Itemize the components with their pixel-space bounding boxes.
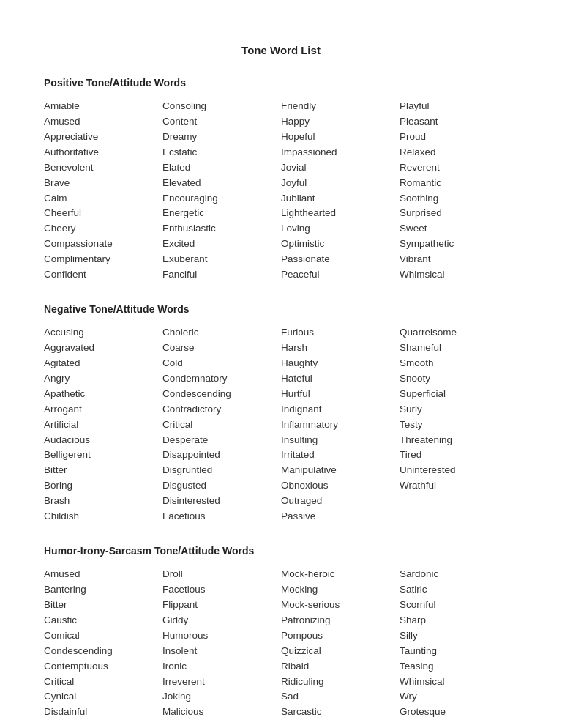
word-column-negative-3: QuarrelsomeShamefulSmoothSnootySuperfici… [400,325,518,524]
word-item: Silly [400,628,518,644]
word-item: Irritated [281,447,400,463]
word-item: Belligerent [44,447,162,463]
word-item: Dreamy [162,130,281,145]
word-item: Whimsical [400,675,518,690]
word-item: Droll [162,567,281,582]
word-item: Condemnatory [162,371,281,387]
word-item: Soothing [400,191,518,207]
word-item: Satiric [400,582,518,598]
word-item: Hateful [281,371,400,387]
word-item: Mock-serious [281,598,400,613]
word-item: Wry [400,689,518,705]
word-item: Caustic [44,613,162,628]
word-column-positive-1: ConsolingContentDreamyEcstaticElatedElev… [162,99,281,283]
word-item: Childish [44,509,162,524]
word-item: Amused [44,114,162,130]
word-item: Jovial [281,160,400,176]
word-item: Joking [162,689,281,705]
word-column-negative-2: FuriousHarshHaughtyHatefulHurtfulIndigna… [281,325,400,524]
section-heading-negative: Negative Tone/Attitude Words [44,303,518,315]
word-item: Energetic [162,206,281,221]
word-item: Insulting [281,433,400,448]
word-item: Ecstatic [162,145,281,160]
word-item: Insolent [162,644,281,659]
word-item: Grotesque [400,705,518,720]
word-item: Ribald [281,659,400,675]
section-heading-humor: Humor-Irony-Sarcasm Tone/Attitude Words [44,545,518,557]
word-item: Reverent [400,160,518,176]
word-item: Content [162,114,281,130]
word-item: Authoritative [44,145,162,160]
word-item: Haughty [281,356,400,371]
section-humor: Humor-Irony-Sarcasm Tone/Attitude WordsA… [44,545,518,720]
word-item: Friendly [281,99,400,114]
word-item: Patronizing [281,613,400,628]
word-item: Scornful [400,598,518,613]
word-item: Elated [162,160,281,176]
word-item: Shameful [400,341,518,356]
word-item: Teasing [400,659,518,675]
word-item: Fanciful [162,267,281,283]
word-item: Indignant [281,402,400,417]
word-item: Jubilant [281,191,400,207]
word-item: Disdainful [44,705,162,720]
word-item: Critical [162,417,281,433]
word-item: Sad [281,689,400,705]
word-grid-negative: AccusingAggravatedAgitatedAngryApathetic… [44,325,518,524]
word-item: Sympathetic [400,237,518,252]
word-item: Surly [400,402,518,417]
word-item: Irreverent [162,675,281,690]
word-item: Tired [400,447,518,463]
word-item: Consoling [162,99,281,114]
word-item: Wrathful [400,478,518,494]
word-item: Bitter [44,463,162,478]
section-positive: Positive Tone/Attitude WordsAmiableAmuse… [44,77,518,283]
word-item: Ironic [162,659,281,675]
word-item: Enthusiastic [162,221,281,237]
section-heading-positive: Positive Tone/Attitude Words [44,77,518,89]
word-item: Calm [44,191,162,207]
word-column-positive-3: PlayfulPleasantProudRelaxedReverentRoman… [400,99,518,283]
word-item: Cynical [44,689,162,705]
word-item: Sarcastic [281,705,400,720]
word-item: Excited [162,237,281,252]
word-item: Contemptuous [44,659,162,675]
word-item: Whimsical [400,267,518,283]
word-item: Taunting [400,644,518,659]
word-column-positive-0: AmiableAmusedAppreciativeAuthoritativeBe… [44,99,162,283]
word-item: Joyful [281,176,400,191]
word-item: Compassionate [44,237,162,252]
word-item: Ridiculing [281,675,400,690]
word-item: Outraged [281,494,400,509]
word-item: Hopeful [281,130,400,145]
word-item: Complimentary [44,252,162,267]
page-title: Tone Word List [44,44,518,56]
word-item: Contradictory [162,402,281,417]
word-item: Cheery [44,221,162,237]
word-item: Desperate [162,433,281,448]
word-item: Surprised [400,206,518,221]
word-item: Playful [400,99,518,114]
word-item: Arrogant [44,402,162,417]
word-column-negative-1: CholericCoarseColdCondemnatoryCondescend… [162,325,281,524]
word-item: Relaxed [400,145,518,160]
word-item: Apathetic [44,387,162,402]
word-item: Comical [44,628,162,644]
word-item: Amused [44,567,162,582]
word-item: Cold [162,356,281,371]
word-column-humor-1: DrollFacetiousFlippantGiddyHumorousInsol… [162,567,281,720]
word-item: Romantic [400,176,518,191]
word-grid-humor: AmusedBanteringBitterCausticComicalConde… [44,567,518,720]
word-item: Manipulative [281,463,400,478]
word-column-humor-3: SardonicSatiricScornfulSharpSillyTauntin… [400,567,518,720]
word-item: Encouraging [162,191,281,207]
word-item: Accusing [44,325,162,341]
word-item: Critical [44,675,162,690]
word-item: Giddy [162,613,281,628]
word-item: Flippant [162,598,281,613]
word-item: Humorous [162,628,281,644]
word-item: Bitter [44,598,162,613]
word-item: Hurtful [281,387,400,402]
section-negative: Negative Tone/Attitude WordsAccusingAggr… [44,303,518,524]
word-item: Appreciative [44,130,162,145]
